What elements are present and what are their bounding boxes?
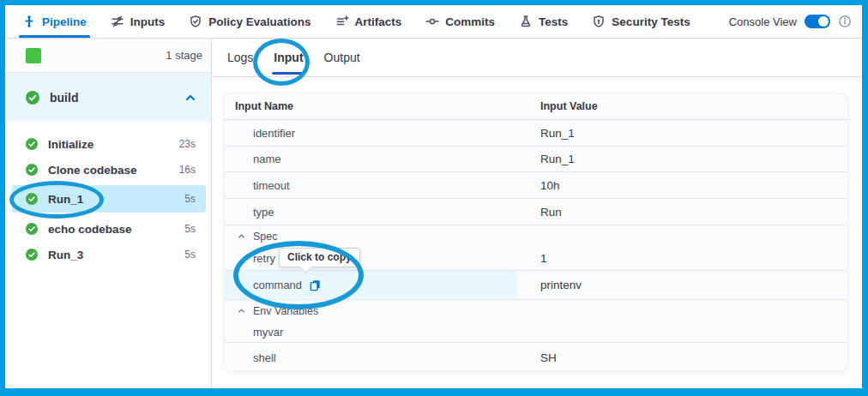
step-name: Run_3: [48, 249, 83, 261]
inputs-icon: [111, 15, 124, 28]
chevron-up-icon[interactable]: [237, 231, 246, 241]
input-name-cell: retry: [225, 252, 275, 265]
step-name: echo codebase: [48, 223, 132, 236]
step-duration: 16s: [179, 164, 196, 176]
step-duration: 5s: [184, 223, 196, 235]
table-row: type Run: [225, 199, 847, 225]
stage-row-build[interactable]: build: [5, 73, 211, 122]
step-name: Run_1: [48, 193, 83, 206]
success-check-icon: [26, 223, 38, 235]
stage-count-label: 1 stage: [166, 49, 202, 62]
input-name-cell: timeout: [225, 179, 290, 192]
step-duration: 5s: [184, 193, 196, 205]
nav-tab-inputs[interactable]: Inputs: [111, 5, 166, 38]
policy-evaluations-icon: [189, 15, 202, 28]
nav-tab-label: Inputs: [130, 15, 166, 28]
step-detail-panel: Logs Input Output Input Name Input Value…: [212, 39, 862, 388]
input-value-cell: printenv: [540, 279, 582, 291]
tab-label: Output: [324, 51, 360, 64]
step-row-clone-codebase[interactable]: Clone codebase 16s: [12, 156, 206, 183]
table-row: name Run_1: [225, 147, 847, 172]
tooltip-text: Click to copy: [287, 251, 352, 263]
step-duration: 5s: [184, 249, 196, 261]
section-row-env-variables[interactable]: Env Variables: [225, 300, 847, 321]
nav-tab-label: Pipeline: [42, 15, 87, 28]
section-label: Spec: [253, 231, 278, 243]
table-row: shell SH: [225, 343, 847, 372]
table-row: timeout 10h: [225, 172, 847, 199]
input-name-cell: name: [225, 153, 281, 165]
section-row-spec[interactable]: Spec: [225, 225, 847, 247]
tab-label: Input: [274, 51, 303, 64]
nav-tab-policy-evaluations[interactable]: Policy Evaluations: [189, 5, 310, 38]
step-row-echo-codebase[interactable]: echo codebase 5s: [12, 215, 206, 243]
table-row-command: command printenv: [225, 271, 847, 300]
pipeline-icon: [22, 15, 36, 28]
chevron-up-icon[interactable]: [184, 91, 197, 105]
stage-status-square: [26, 48, 41, 63]
input-name-cell: command: [225, 279, 322, 291]
input-name-cell: shell: [225, 351, 276, 364]
section-label: Env Variables: [253, 305, 318, 317]
commits-icon: [425, 15, 439, 28]
input-name-label: command: [253, 279, 302, 291]
stage-name: build: [50, 91, 78, 105]
copy-icon[interactable]: [309, 279, 322, 291]
input-name-cell: identifier: [225, 127, 295, 140]
column-header-input-value: Input Value: [540, 100, 598, 112]
step-row-run-1[interactable]: Run_1 5s: [12, 185, 206, 213]
table-row: myvar: [225, 321, 847, 343]
nav-tab-tests[interactable]: Tests: [519, 5, 568, 38]
tests-icon: [519, 15, 533, 28]
chevron-up-icon[interactable]: [237, 306, 246, 315]
nav-tab-artifacts[interactable]: Artifacts: [335, 5, 402, 38]
input-value-cell: 1: [540, 252, 547, 265]
input-value-cell: 10h: [540, 179, 560, 192]
input-table-card: Input Name Input Value identifier Run_1 …: [224, 93, 848, 371]
artifacts-icon: [335, 15, 349, 28]
tab-label: Logs: [227, 51, 253, 64]
input-value-cell: Run_1: [540, 127, 575, 140]
success-check-icon: [26, 249, 38, 261]
success-check-icon: [26, 138, 38, 150]
table-row: identifier Run_1: [225, 120, 847, 147]
input-name-cell: type: [225, 206, 274, 219]
input-value-cell: Run_1: [540, 153, 575, 165]
nav-tab-pipeline[interactable]: Pipeline: [22, 5, 87, 38]
success-check-icon: [26, 193, 38, 205]
console-view-toggle[interactable]: [805, 15, 830, 28]
step-row-run-3[interactable]: Run_3 5s: [12, 241, 206, 268]
info-icon[interactable]: [838, 15, 852, 28]
app-window: Pipeline Inputs Policy Evaluations: [0, 0, 868, 396]
step-name: Initialize: [48, 138, 93, 151]
table-header-row: Input Name Input Value: [225, 93, 847, 120]
nav-tab-label: Policy Evaluations: [208, 15, 310, 28]
input-value-cell: SH: [540, 351, 557, 364]
step-duration: 23s: [179, 138, 196, 150]
nav-tab-commits[interactable]: Commits: [425, 5, 495, 38]
success-check-icon: [26, 91, 39, 105]
nav-tab-label: Commits: [445, 15, 495, 28]
nav-tab-label: Artifacts: [355, 15, 402, 28]
tab-output[interactable]: Output: [324, 39, 360, 76]
navbar-right-controls: Console View: [729, 5, 852, 38]
input-name-cell: Spec: [225, 231, 278, 243]
success-check-icon: [26, 164, 38, 176]
toggle-knob: [818, 16, 829, 27]
console-view-label: Console View: [729, 15, 797, 28]
step-row-initialize[interactable]: Initialize 23s: [12, 130, 206, 158]
input-value-cell: Run: [540, 206, 562, 219]
step-name: Clone codebase: [48, 164, 137, 177]
input-name-cell: Env Variables: [225, 305, 318, 317]
execution-sidebar: 1 stage build Initialize 23s Clone c: [5, 39, 212, 388]
tab-logs[interactable]: Logs: [227, 39, 253, 76]
input-name-cell: myvar: [225, 326, 283, 339]
nav-tab-label: Tests: [539, 15, 568, 28]
tab-input[interactable]: Input: [274, 39, 303, 76]
column-header-input-name: Input Name: [225, 100, 293, 112]
security-tests-icon: [592, 15, 606, 28]
nav-tab-security-tests[interactable]: Security Tests: [592, 5, 690, 38]
detail-tabbar: Logs Input Output: [212, 39, 862, 77]
click-to-copy-tooltip: Click to copy: [279, 248, 360, 267]
nav-tab-label: Security Tests: [612, 15, 690, 28]
